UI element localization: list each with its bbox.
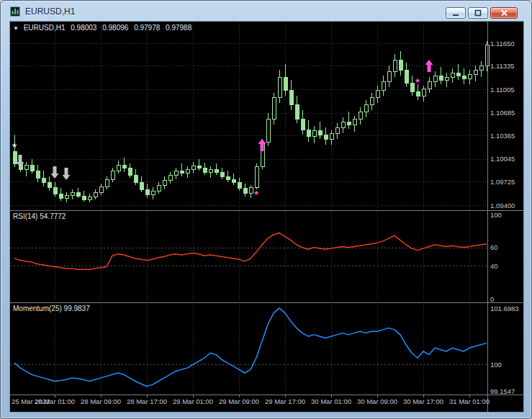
ohlc-close: 0.97988 bbox=[166, 24, 191, 32]
time-tick-label: 28 Mar 17:00 bbox=[127, 397, 167, 405]
rsi-line bbox=[14, 233, 487, 270]
candle-body bbox=[387, 71, 391, 81]
candle-body bbox=[451, 73, 454, 77]
momentum-tick-label: 99.1547 bbox=[490, 387, 515, 395]
candle-body bbox=[99, 186, 103, 192]
candle-body bbox=[266, 119, 270, 142]
candle-body bbox=[341, 122, 345, 127]
candle-body bbox=[405, 70, 408, 83]
candle-body bbox=[324, 135, 328, 139]
chart-plot[interactable]: ★★★1.116501.113351.110051.106851.103651.… bbox=[10, 22, 523, 412]
candle-body bbox=[65, 195, 68, 198]
candle-body bbox=[215, 169, 218, 172]
candle-body bbox=[145, 189, 149, 194]
time-tick-label: 29 Mar 09:00 bbox=[219, 397, 259, 405]
candle-body bbox=[151, 191, 155, 194]
price-tick-label: 1.10365 bbox=[490, 132, 515, 140]
price-tick-label: 1.09400 bbox=[490, 202, 515, 210]
rsi-tick-label: 0 bbox=[490, 295, 494, 303]
candle-body bbox=[376, 90, 379, 97]
rsi-tick-label: 40 bbox=[490, 262, 498, 270]
price-tick-label: 1.10685 bbox=[490, 109, 515, 117]
candle-body bbox=[238, 182, 241, 188]
rsi-tick-label: 60 bbox=[490, 243, 498, 251]
candle-body bbox=[399, 60, 402, 70]
close-button[interactable] bbox=[490, 7, 518, 19]
time-tick-label: 28 Mar 01:00 bbox=[35, 397, 75, 405]
candle-body bbox=[42, 178, 45, 182]
candle-body bbox=[53, 187, 57, 194]
candle-body bbox=[249, 187, 253, 193]
candle-body bbox=[88, 197, 91, 199]
candle-body bbox=[111, 171, 114, 179]
collapse-triangle-icon[interactable]: ▼ bbox=[13, 25, 19, 32]
sell-arrow-marker bbox=[63, 168, 71, 180]
candle-body bbox=[48, 182, 51, 187]
mt4-chart-window: EURUSD,H1 ★★★1.116501.113351.110051.1068… bbox=[0, 0, 532, 419]
candle-body bbox=[422, 89, 425, 96]
candle-body bbox=[168, 175, 172, 180]
candle-body bbox=[163, 180, 166, 185]
candle-body bbox=[128, 168, 132, 175]
candle-body bbox=[318, 130, 322, 135]
candle-body bbox=[24, 165, 28, 169]
minimize-button[interactable] bbox=[446, 7, 466, 19]
rsi-tick-label: 100 bbox=[490, 211, 502, 219]
candle-body bbox=[439, 76, 443, 80]
candle-body bbox=[122, 165, 126, 168]
star-marker: ★ bbox=[12, 141, 18, 149]
price-tick-label: 1.10045 bbox=[490, 155, 515, 163]
candle-body bbox=[468, 74, 472, 78]
candle-body bbox=[347, 122, 351, 125]
price-tick-label: 1.11335 bbox=[490, 62, 515, 70]
candle-body bbox=[94, 192, 97, 197]
price-tick-label: 1.11650 bbox=[490, 40, 515, 48]
momentum-tick-label: 100 bbox=[490, 361, 502, 369]
momentum-line bbox=[14, 308, 487, 387]
chart-client-area: ★★★1.116501.113351.110051.106851.103651.… bbox=[10, 22, 523, 412]
candle-body bbox=[71, 192, 74, 195]
time-tick-label: 30 Mar 09:00 bbox=[357, 397, 397, 405]
chart-ohlc-header: ▼ EURUSD,H1 0.98003 0.98096 0.97978 0.97… bbox=[13, 24, 191, 32]
time-tick-label: 29 Mar 17:00 bbox=[265, 397, 305, 405]
price-tick-label: 1.11005 bbox=[490, 86, 515, 94]
candle-body bbox=[157, 185, 161, 191]
candle-body bbox=[359, 112, 362, 119]
candle-body bbox=[428, 81, 431, 89]
candle-body bbox=[295, 104, 299, 119]
candle-body bbox=[59, 194, 63, 198]
candle-body bbox=[307, 130, 310, 136]
candle-body bbox=[485, 45, 489, 66]
candle-body bbox=[226, 176, 230, 179]
candle-body bbox=[474, 70, 477, 74]
window-controls bbox=[446, 7, 518, 19]
ohlc-low: 0.97978 bbox=[134, 24, 160, 32]
price-tick-label: 1.09725 bbox=[490, 178, 515, 186]
candle-body bbox=[462, 76, 466, 78]
candle-body bbox=[203, 168, 207, 172]
time-tick-label: 31 Mar 01:00 bbox=[449, 397, 490, 405]
candle-body bbox=[255, 166, 258, 187]
close-icon bbox=[500, 9, 508, 17]
candle-body bbox=[278, 77, 281, 97]
candle-body bbox=[209, 169, 212, 172]
star-marker: ★ bbox=[415, 76, 421, 84]
candle-body bbox=[289, 90, 293, 104]
maximize-button[interactable] bbox=[468, 7, 488, 19]
maximize-icon bbox=[474, 9, 482, 17]
candle-body bbox=[220, 172, 224, 176]
window-titlebar[interactable]: EURUSD,H1 bbox=[1, 1, 531, 22]
window-title: EURUSD,H1 bbox=[25, 6, 75, 17]
candle-body bbox=[364, 104, 368, 112]
momentum-indicator-label: Momentum(25) 99.9837 bbox=[13, 305, 90, 312]
candle-body bbox=[30, 165, 34, 171]
candle-body bbox=[370, 97, 374, 104]
ohlc-high: 0.98096 bbox=[102, 24, 128, 32]
candle-body bbox=[353, 119, 356, 125]
time-tick-label: 30 Mar 01:00 bbox=[311, 397, 351, 405]
candle-body bbox=[13, 151, 17, 163]
candle-body bbox=[479, 66, 483, 70]
candle-body bbox=[410, 83, 414, 91]
candle-body bbox=[393, 60, 397, 71]
sell-arrow-marker bbox=[51, 166, 59, 179]
